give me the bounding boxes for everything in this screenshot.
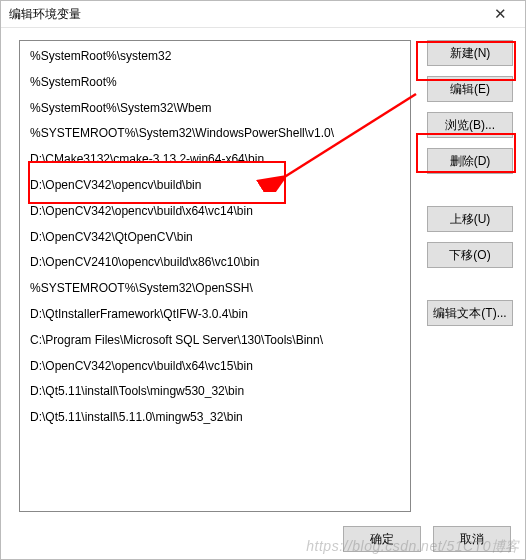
list-item[interactable]: %SYSTEMROOT%\System32\WindowsPowerShell\… <box>20 121 410 147</box>
spacer <box>427 278 513 290</box>
list-item[interactable]: D:\OpenCV342\QtOpenCV\bin <box>20 225 410 251</box>
path-listbox[interactable]: %SystemRoot%\system32 %SystemRoot% %Syst… <box>19 40 411 512</box>
titlebar: 编辑环境变量 ✕ <box>1 1 525 28</box>
cancel-button[interactable]: 取消 <box>433 526 511 552</box>
list-item[interactable]: D:\OpenCV342\opencv\build\bin <box>20 173 410 199</box>
movedown-button[interactable]: 下移(O) <box>427 242 513 268</box>
delete-button[interactable]: 删除(D) <box>427 148 513 174</box>
browse-button[interactable]: 浏览(B)... <box>427 112 513 138</box>
list-item[interactable]: D:\Qt5.11\install\Tools\mingw530_32\bin <box>20 379 410 405</box>
list-item[interactable]: C:\Program Files\Microsoft SQL Server\13… <box>20 328 410 354</box>
list-item[interactable]: %SYSTEMROOT%\System32\OpenSSH\ <box>20 276 410 302</box>
moveup-button[interactable]: 上移(U) <box>427 206 513 232</box>
list-item[interactable]: %SystemRoot%\system32 <box>20 44 410 70</box>
list-item[interactable]: D:\OpenCV342\opencv\build\x64\vc14\bin <box>20 199 410 225</box>
list-item[interactable]: %SystemRoot% <box>20 70 410 96</box>
edit-button[interactable]: 编辑(E) <box>427 76 513 102</box>
dialog-body: %SystemRoot%\system32 %SystemRoot% %Syst… <box>1 28 525 518</box>
dialog-window: 编辑环境变量 ✕ %SystemRoot%\system32 %SystemRo… <box>0 0 526 560</box>
list-item[interactable]: D:\QtInstallerFramework\QtIFW-3.0.4\bin <box>20 302 410 328</box>
ok-button[interactable]: 确定 <box>343 526 421 552</box>
button-column: 新建(N) 编辑(E) 浏览(B)... 删除(D) 上移(U) 下移(O) 编… <box>427 40 513 512</box>
list-item[interactable]: D:\CMake3132\cmake-3.13.2-win64-x64\bin <box>20 147 410 173</box>
dialog-footer: 确定 取消 <box>1 518 525 559</box>
list-item[interactable]: %SystemRoot%\System32\Wbem <box>20 96 410 122</box>
list-item[interactable]: D:\OpenCV2410\opencv\build\x86\vc10\bin <box>20 250 410 276</box>
edittext-button[interactable]: 编辑文本(T)... <box>427 300 513 326</box>
list-item[interactable]: D:\OpenCV342\opencv\build\x64\vc15\bin <box>20 354 410 380</box>
list-item[interactable]: D:\Qt5.11\install\5.11.0\mingw53_32\bin <box>20 405 410 431</box>
window-title: 编辑环境变量 <box>9 6 484 23</box>
close-icon[interactable]: ✕ <box>484 1 517 27</box>
new-button[interactable]: 新建(N) <box>427 40 513 66</box>
spacer <box>427 184 513 196</box>
